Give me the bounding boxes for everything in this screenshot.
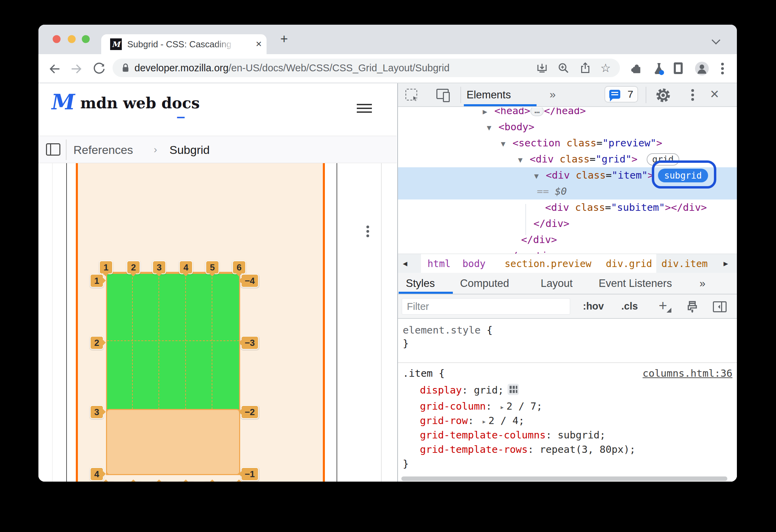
tab-computed[interactable]: Computed (460, 273, 509, 294)
breadcrumb-references[interactable]: References (73, 136, 133, 164)
tree-node-close-grid[interactable]: </div> (398, 232, 737, 248)
tree-node-section[interactable]: ▼<section class="preview"> (398, 135, 737, 151)
breadcrumb-divider (66, 140, 67, 160)
address-bar[interactable]: developer.mozilla.org/en-US/docs/Web/CSS… (113, 59, 620, 77)
collapsed-ellipsis-badge[interactable]: … (530, 108, 544, 116)
collapse-arrow-icon[interactable]: ▶ (483, 108, 494, 120)
tree-node-head[interactable]: ▶<head>…</head> (398, 108, 737, 119)
tree-node-body[interactable]: ▼<body> (398, 119, 737, 135)
avatar[interactable] (695, 62, 709, 75)
lock-icon[interactable] (119, 62, 132, 74)
item-rule-selector[interactable]: .item { (403, 367, 445, 380)
back-icon[interactable] (48, 62, 61, 75)
article-actions-kebab-icon[interactable] (366, 230, 369, 233)
grid-container-right-edge (323, 163, 325, 482)
inspect-element-icon[interactable] (405, 89, 417, 100)
css-property-grid-template-rows[interactable]: grid-template-rows: repeat(3, 80px); (420, 443, 636, 456)
expand-arrow-icon[interactable]: ▼ (501, 136, 513, 152)
crumb-section-preview[interactable]: section.preview (505, 254, 591, 273)
mdn-favicon: M (110, 38, 122, 50)
stylesheet-source-link[interactable]: columns.html:36 (643, 367, 732, 380)
tree-node-close-section[interactable]: </section> (398, 248, 737, 254)
settings-gear-icon[interactable] (655, 87, 671, 103)
grid-line-label: −4 (241, 274, 259, 288)
sidebar-toggle-icon[interactable] (46, 143, 60, 156)
rendering-brush-icon[interactable] (685, 300, 699, 314)
active-panel-indicator (464, 104, 537, 106)
annotation-highlight-ring (652, 160, 716, 189)
expand-arrow-icon[interactable]: ▼ (487, 120, 498, 136)
zoom-icon[interactable] (557, 62, 569, 74)
crumb-html[interactable]: html (427, 254, 450, 273)
devtools-close-icon[interactable]: × (710, 83, 719, 106)
install-icon[interactable] (536, 62, 548, 74)
tab-elements[interactable]: Elements (467, 83, 511, 106)
more-tabs-chevrons[interactable]: » (699, 273, 706, 294)
browser-tab[interactable]: M Subgrid - CSS: Cascading Style × (101, 34, 267, 54)
grid-line-label: −1 (241, 467, 259, 481)
crumb-div-item-selected[interactable]: div.item (661, 254, 708, 273)
tab-layout[interactable]: Layout (541, 273, 573, 294)
horizontal-scrollbar[interactable] (401, 476, 727, 481)
tab-close-icon[interactable]: × (256, 34, 262, 54)
url-domain: developer.mozilla.org (134, 62, 228, 73)
more-panels-chevrons[interactable]: » (550, 83, 556, 106)
element-classes-button[interactable]: .cls (621, 294, 638, 319)
beaker-flask-icon[interactable] (652, 62, 665, 74)
css-property-grid-template-columns[interactable]: grid-template-columns: subgrid; (420, 428, 605, 442)
dock-sidebar-icon[interactable] (713, 301, 727, 312)
crumb-body[interactable]: body (462, 254, 485, 273)
tree-node-close-item[interactable]: </div> (398, 216, 737, 232)
rule-divider (398, 362, 737, 363)
crumb-scroll-right-icon[interactable]: ▶ (724, 254, 728, 273)
tree-node-div-item-selected[interactable]: ▼<div class="item"> subgrid (398, 167, 737, 183)
tab-title-fade (215, 35, 243, 53)
expand-arrow-icon[interactable]: ▼ (518, 152, 530, 168)
css-property-grid-row[interactable]: grid-row: ▸2 / 4; (420, 414, 525, 428)
reload-icon[interactable] (93, 62, 106, 75)
side-panel-icon[interactable] (674, 62, 683, 74)
styles-filter-input[interactable] (402, 298, 570, 315)
grid-container-left-edge (76, 163, 78, 482)
grid-line-label: −3 (241, 336, 259, 350)
item-rule-close: } (403, 457, 409, 471)
expand-value-icon[interactable]: ▸ (498, 403, 506, 411)
grid-line-label: 5 (205, 261, 219, 274)
grid-line-label: 4 (90, 467, 104, 481)
css-property-display[interactable]: display: grid; (420, 383, 519, 397)
share-icon[interactable] (579, 62, 591, 74)
crumb-scroll-left-icon[interactable]: ◀ (403, 254, 407, 273)
device-toolbar-icon[interactable] (436, 89, 449, 99)
crumb-div-grid[interactable]: div.grid (606, 254, 652, 273)
page-breadcrumb-bar: References › Subgrid (38, 136, 397, 163)
grid-row-line (107, 340, 239, 341)
grid-editor-icon[interactable] (507, 383, 519, 396)
browser-menu-kebab-icon[interactable] (721, 67, 724, 70)
page-menu-hamburger-icon[interactable] (357, 104, 372, 105)
elements-tree: ▶<head>…</head> ▼<body> ▼<section class=… (398, 108, 737, 254)
tab-search-chevron-icon[interactable] (712, 36, 720, 44)
mdn-logo[interactable]: M (49, 91, 75, 113)
css-property-grid-column[interactable]: grid-column: ▸2 / 7; (420, 400, 542, 414)
forward-icon[interactable] (70, 62, 83, 75)
mdn-logo-caret: _ (177, 101, 185, 118)
bookmark-star-icon[interactable]: ☆ (600, 62, 613, 74)
pseudo-state-button[interactable]: :hov (583, 294, 604, 319)
tree-node-div-subitem[interactable]: <div class="subitem"></div> (398, 200, 737, 216)
url-text[interactable]: developer.mozilla.org/en-US/docs/Web/CSS… (134, 59, 449, 77)
tab-styles[interactable]: Styles (406, 273, 435, 294)
traffic-light-zoom[interactable] (82, 35, 90, 43)
new-tab-button[interactable]: + (276, 31, 292, 47)
traffic-light-minimize[interactable] (68, 35, 76, 43)
element-style-rule[interactable]: element.style { (403, 324, 493, 337)
extensions-puzzle-icon[interactable] (630, 62, 643, 74)
new-style-rule-button[interactable]: + (659, 294, 667, 319)
tab-event-listeners[interactable]: Event Listeners (599, 273, 672, 294)
screenshot-canvas: M Subgrid - CSS: Cascading Style × + (0, 0, 776, 532)
traffic-light-close[interactable] (53, 35, 61, 43)
issues-counter[interactable]: 7 (604, 86, 638, 102)
expand-value-icon[interactable]: ▸ (480, 417, 489, 426)
devtools-menu-kebab-icon[interactable] (691, 94, 694, 96)
expand-arrow-icon[interactable]: ▼ (534, 168, 546, 184)
example-frame-right-border (337, 163, 337, 482)
